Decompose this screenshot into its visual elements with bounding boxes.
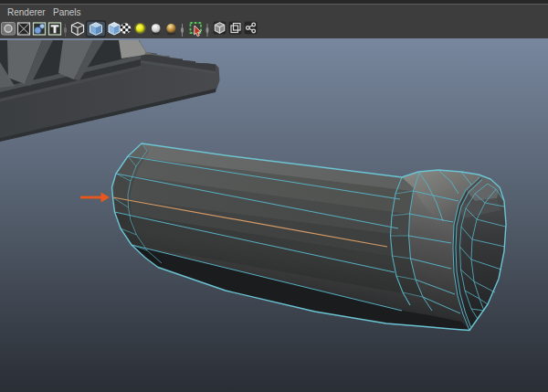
svg-text:Renderer: Renderer: [7, 7, 46, 17]
svg-text:Panels: Panels: [53, 7, 81, 17]
